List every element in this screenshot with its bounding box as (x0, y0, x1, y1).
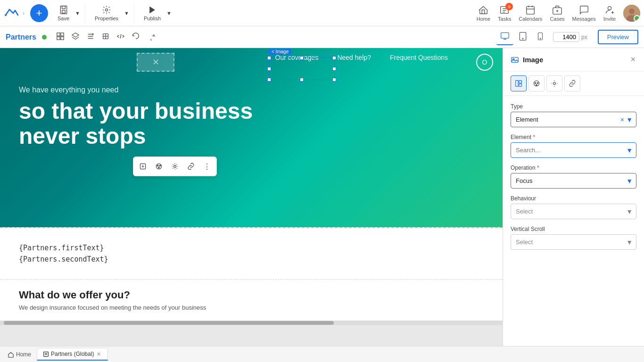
panel-tabs (503, 72, 644, 96)
nav-link-faq[interactable]: Frequent Questions (390, 54, 448, 71)
vertical-scroll-select[interactable]: Select (511, 234, 636, 250)
svg-marker-27 (72, 33, 79, 37)
svg-point-21 (629, 8, 635, 14)
svg-point-4 (106, 8, 108, 11)
properties-group: Properties ▼ (87, 3, 134, 23)
tasks-nav-button[interactable]: 9 Tasks (498, 5, 511, 22)
home-nav-button[interactable]: Home (477, 5, 490, 22)
move-tool-button[interactable] (135, 159, 150, 174)
operation-field-group: Operation * Focus ▼ (511, 165, 636, 189)
play-icon (148, 5, 157, 15)
svg-point-52 (537, 82, 538, 83)
app-logo-icon (4, 6, 19, 21)
image-panel-icon (511, 56, 519, 64)
preview-button[interactable]: Preview (598, 30, 638, 44)
tablet-view-button[interactable] (514, 30, 531, 45)
canvas-scrollbar[interactable] (0, 321, 503, 325)
scroll-thumb[interactable] (4, 321, 334, 325)
panel-close-button[interactable]: × (629, 54, 636, 66)
type-clear-button[interactable]: × (620, 116, 624, 123)
svg-rect-25 (57, 36, 60, 39)
publish-button[interactable]: Publish (140, 3, 165, 23)
user-avatar-icon (623, 5, 640, 22)
color-tool-button[interactable] (151, 159, 166, 174)
nav-circle[interactable]: O (476, 54, 493, 71)
svg-point-43 (158, 167, 159, 168)
logo-placeholder: ✕ (137, 53, 174, 72)
panel-tab-settings[interactable] (546, 75, 562, 91)
svg-rect-23 (57, 33, 60, 35)
messages-nav-button[interactable]: Messages (572, 5, 596, 22)
save-button[interactable]: Save (54, 3, 73, 23)
settings-tool-button[interactable] (167, 159, 182, 174)
save-dropdown-button[interactable]: ▼ (74, 8, 81, 18)
element-required: * (533, 134, 535, 140)
link-tool-button[interactable] (183, 159, 198, 174)
desktop-icon (500, 31, 510, 41)
nav-link-coverages[interactable]: Our coverages (275, 54, 319, 71)
cases-nav-button[interactable]: Cases (550, 5, 564, 22)
layers-icon (71, 32, 80, 41)
hero-subtitle: We have everything you need (19, 86, 484, 94)
mobile-view-button[interactable] (532, 30, 548, 44)
canvas-area[interactable]: < Image ✕ (0, 48, 503, 346)
panel-tab-layout[interactable] (511, 75, 527, 91)
redo-button[interactable] (144, 30, 158, 44)
svg-point-38 (540, 38, 541, 39)
svg-rect-24 (61, 33, 64, 35)
arrange-button[interactable] (83, 30, 98, 44)
operation-label: Operation * (511, 165, 636, 171)
vertical-scroll-label: Vertical Scroll (511, 226, 636, 232)
properties-dropdown-button[interactable]: ▼ (123, 8, 130, 18)
layers-button[interactable] (68, 30, 83, 44)
page-title: Partners (6, 33, 36, 41)
hero-content: We have everything you need so that your… (0, 76, 503, 177)
svg-rect-55 (44, 352, 49, 356)
nav-link-help[interactable]: Need help? (337, 54, 371, 71)
avatar[interactable] (623, 5, 640, 22)
grid-view-button[interactable] (53, 30, 67, 44)
chevron-down-icon: ▼ (166, 10, 172, 16)
more-tool-button[interactable]: ⋮ (199, 159, 215, 174)
operation-select[interactable]: Focus (511, 173, 636, 189)
svg-rect-2 (62, 6, 65, 8)
panel-tab-style[interactable] (528, 75, 545, 91)
invite-nav-button[interactable]: Invite (603, 5, 616, 22)
element-search-wrap: ▼ (511, 142, 636, 158)
right-panel: Image × (503, 48, 644, 346)
calendars-nav-button[interactable]: Calendars (519, 5, 542, 22)
behaviour-field-group: Behaviour Select ▼ (511, 195, 636, 219)
tab-close-button[interactable]: × (96, 350, 101, 358)
element-search-input[interactable] (511, 142, 636, 158)
home-tab[interactable]: Home (4, 351, 35, 358)
resize-button[interactable] (99, 30, 113, 44)
properties-button[interactable]: Properties (91, 3, 122, 23)
publish-dropdown-button[interactable]: ▼ (165, 8, 173, 18)
canvas-width-input[interactable] (553, 32, 579, 42)
home-tab-icon (8, 351, 14, 358)
vertical-scroll-select-wrap: Select ▼ (511, 234, 636, 250)
logo-area: › (4, 6, 25, 21)
element-field-group: Element * ▼ (511, 134, 636, 158)
svg-point-36 (522, 38, 523, 39)
partners-tab[interactable]: Partners (Global) × (37, 348, 108, 361)
undo-button[interactable] (129, 30, 143, 44)
resize-icon (101, 32, 110, 41)
svg-marker-5 (149, 6, 155, 13)
handle-top-left[interactable] (267, 56, 271, 60)
element-label: Element * (511, 134, 636, 140)
panel-tab-link[interactable] (564, 75, 580, 91)
svg-rect-3 (62, 10, 65, 13)
add-button[interactable]: + (30, 4, 48, 22)
canvas-content: < Image ✕ (0, 48, 503, 321)
svg-rect-45 (512, 57, 518, 62)
code-button[interactable] (114, 30, 128, 44)
svg-point-54 (553, 82, 556, 85)
vertical-scroll-field-group: Vertical Scroll Select ▼ (511, 226, 636, 250)
operation-select-wrap: Focus ▼ (511, 173, 636, 189)
desktop-view-button[interactable] (496, 29, 513, 45)
handle-middle-left[interactable] (267, 67, 271, 71)
settings-tab-icon (551, 80, 558, 87)
type-select[interactable]: Element (511, 112, 636, 127)
behaviour-select[interactable]: Select (511, 204, 636, 219)
